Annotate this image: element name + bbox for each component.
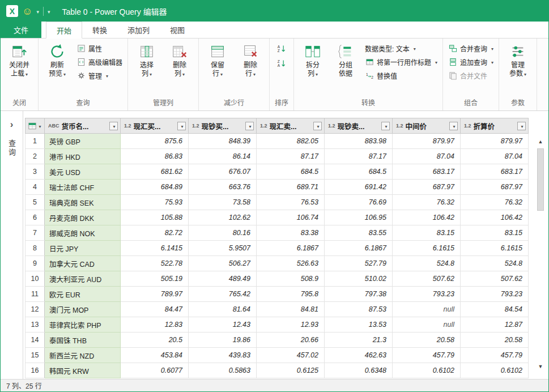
- value-cell[interactable]: 82.72: [121, 225, 189, 241]
- value-cell[interactable]: 681.62: [121, 164, 189, 180]
- row-number[interactable]: 15: [25, 348, 45, 363]
- currency-cell[interactable]: 挪威克朗 NOK: [45, 225, 121, 241]
- row-number[interactable]: 1: [25, 134, 45, 149]
- value-cell[interactable]: 848.39: [189, 134, 257, 149]
- value-cell[interactable]: 489.49: [189, 271, 257, 287]
- value-cell[interactable]: 105.88: [121, 210, 189, 225]
- currency-cell[interactable]: 美元 USD: [45, 164, 121, 180]
- value-cell[interactable]: 6.1867: [325, 241, 393, 256]
- value-cell[interactable]: 793.23: [461, 287, 529, 302]
- value-cell[interactable]: 524.8: [393, 256, 461, 271]
- value-cell[interactable]: 879.97: [393, 134, 461, 149]
- tab-transform[interactable]: 转换: [82, 22, 117, 38]
- filter-button[interactable]: [449, 122, 458, 130]
- column-header[interactable]: ABC 货币名...: [45, 118, 121, 134]
- value-cell[interactable]: 0.6102: [461, 363, 529, 378]
- queries-pane-label[interactable]: 查询: [6, 139, 17, 157]
- row-number[interactable]: 7: [25, 225, 45, 241]
- value-cell[interactable]: 86.14: [189, 149, 257, 164]
- row-number[interactable]: 13: [25, 317, 45, 333]
- value-cell[interactable]: 0.6077: [121, 363, 189, 378]
- value-cell[interactable]: 687.97: [393, 180, 461, 195]
- merge-queries-button[interactable]: 合并查询: [446, 42, 496, 54]
- value-cell[interactable]: 106.42: [461, 210, 529, 225]
- value-cell[interactable]: 87.17: [325, 149, 393, 164]
- expand-queries-pane-button[interactable]: ›: [10, 119, 14, 130]
- value-cell[interactable]: 684.5: [325, 164, 393, 180]
- value-cell[interactable]: 21.3: [325, 333, 393, 348]
- value-cell[interactable]: 20.5: [121, 333, 189, 348]
- value-cell[interactable]: 84.81: [257, 302, 325, 317]
- value-cell[interactable]: 6.1615: [461, 241, 529, 256]
- value-cell[interactable]: 879.97: [461, 134, 529, 149]
- tab-file[interactable]: 文件: [1, 22, 41, 38]
- value-cell[interactable]: null: [393, 302, 461, 317]
- value-cell[interactable]: 689.71: [257, 180, 325, 195]
- column-header[interactable]: 1.2 现钞买...: [189, 118, 257, 134]
- split-column-button[interactable]: 拆分 列: [297, 41, 329, 79]
- group-by-button[interactable]: 分组 依据: [330, 41, 361, 78]
- excel-logo-icon[interactable]: [6, 5, 18, 17]
- filter-button[interactable]: [381, 122, 390, 130]
- currency-cell[interactable]: 港币 HKD: [45, 149, 121, 164]
- combine-files-button[interactable]: 合并文件: [446, 70, 496, 81]
- value-cell[interactable]: 83.38: [257, 225, 325, 241]
- currency-cell[interactable]: 瑞士法郎 CHF: [45, 180, 121, 195]
- value-cell[interactable]: 453.84: [121, 348, 189, 363]
- currency-cell[interactable]: 泰国铢 THB: [45, 333, 121, 348]
- value-cell[interactable]: 76.32: [461, 195, 529, 210]
- value-cell[interactable]: 73.58: [189, 195, 257, 210]
- smiley-icon[interactable]: ☺: [22, 6, 32, 16]
- value-cell[interactable]: 6.1615: [393, 241, 461, 256]
- value-cell[interactable]: 0.5863: [189, 363, 257, 378]
- value-cell[interactable]: 663.76: [189, 180, 257, 195]
- value-cell[interactable]: 875.6: [121, 134, 189, 149]
- value-cell[interactable]: 83.55: [325, 225, 393, 241]
- value-cell[interactable]: 75.93: [121, 195, 189, 210]
- column-header[interactable]: 1.2 折算价: [461, 118, 529, 134]
- value-cell[interactable]: 13.53: [325, 317, 393, 333]
- row-number[interactable]: 4: [25, 180, 45, 195]
- filter-button[interactable]: [109, 122, 118, 130]
- append-queries-button[interactable]: 追加查询: [446, 56, 496, 67]
- chevron-down-icon[interactable]: [48, 7, 50, 15]
- chevron-down-icon[interactable]: [36, 7, 39, 15]
- value-cell[interactable]: 527.79: [325, 256, 393, 271]
- value-cell[interactable]: null: [393, 317, 461, 333]
- data-source-settings-button[interactable]: [540, 41, 548, 61]
- row-number[interactable]: 10: [25, 271, 45, 287]
- column-header[interactable]: 1.2 现汇卖...: [257, 118, 325, 134]
- value-cell[interactable]: 789.97: [121, 287, 189, 302]
- column-header[interactable]: 1.2 中间价: [393, 118, 461, 134]
- value-cell[interactable]: 106.95: [325, 210, 393, 225]
- value-cell[interactable]: 86.83: [121, 149, 189, 164]
- currency-cell[interactable]: 丹麦克朗 DKK: [45, 210, 121, 225]
- value-cell[interactable]: 506.27: [189, 256, 257, 271]
- tab-view[interactable]: 视图: [160, 22, 195, 38]
- close-and-load-button[interactable]: 关闭并 上载: [3, 41, 35, 79]
- value-cell[interactable]: 797.38: [325, 287, 393, 302]
- value-cell[interactable]: 6.1867: [257, 241, 325, 256]
- tab-home[interactable]: 开始: [46, 22, 82, 39]
- currency-cell[interactable]: 加拿大元 CAD: [45, 256, 121, 271]
- value-cell[interactable]: 12.83: [121, 317, 189, 333]
- remove-columns-button[interactable]: 删除 列: [164, 41, 195, 79]
- scroll-up-arrow[interactable]: ▲: [538, 137, 543, 146]
- row-number[interactable]: 12: [25, 302, 45, 317]
- sort-descending-button[interactable]: ZA: [275, 58, 288, 69]
- sort-ascending-button[interactable]: AZ: [275, 43, 288, 54]
- value-cell[interactable]: 683.17: [461, 164, 529, 180]
- value-cell[interactable]: 508.9: [257, 271, 325, 287]
- row-number[interactable]: 9: [25, 256, 45, 271]
- value-cell[interactable]: 687.97: [461, 180, 529, 195]
- filter-button[interactable]: [313, 122, 322, 130]
- filter-button[interactable]: [517, 122, 526, 130]
- value-cell[interactable]: 882.05: [257, 134, 325, 149]
- value-cell[interactable]: 684.89: [121, 180, 189, 195]
- value-cell[interactable]: 12.43: [189, 317, 257, 333]
- value-cell[interactable]: 510.02: [325, 271, 393, 287]
- value-cell[interactable]: 0.6102: [393, 363, 461, 378]
- currency-cell[interactable]: 欧元 EUR: [45, 287, 121, 302]
- value-cell[interactable]: 0.6348: [325, 363, 393, 378]
- value-cell[interactable]: 457.79: [461, 348, 529, 363]
